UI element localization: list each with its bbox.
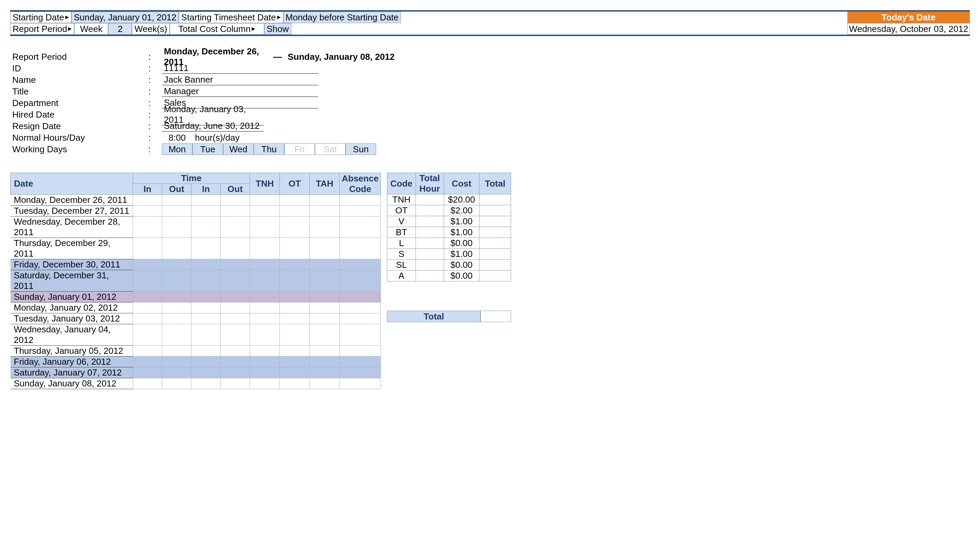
cell[interactable] — [133, 195, 162, 206]
cell[interactable] — [250, 216, 280, 238]
starting-timesheet-value[interactable]: Monday before Starting Date — [283, 11, 401, 23]
cell[interactable] — [221, 216, 250, 238]
cell[interactable] — [310, 216, 340, 238]
cost-total[interactable] — [479, 227, 511, 238]
cost-total[interactable] — [479, 260, 511, 270]
cell[interactable] — [340, 313, 381, 324]
cell[interactable] — [250, 292, 280, 302]
cell[interactable] — [162, 367, 191, 378]
cell[interactable] — [191, 195, 221, 206]
cell[interactable] — [133, 216, 162, 238]
cell[interactable] — [280, 195, 310, 206]
cell[interactable] — [250, 259, 280, 270]
cell[interactable] — [310, 346, 340, 356]
day-fri[interactable]: Fri — [284, 143, 315, 155]
cell[interactable] — [221, 324, 250, 346]
cell[interactable] — [340, 292, 381, 302]
cell[interactable] — [340, 216, 381, 238]
cell[interactable] — [221, 206, 250, 216]
info-id-value[interactable]: 11111 — [162, 63, 318, 74]
cell[interactable] — [162, 195, 191, 206]
cell[interactable] — [162, 259, 191, 270]
cell[interactable] — [250, 313, 280, 324]
cell[interactable] — [310, 356, 340, 367]
cell[interactable] — [310, 259, 340, 270]
cell[interactable] — [221, 346, 250, 356]
cell[interactable] — [340, 367, 381, 378]
cell[interactable] — [310, 238, 340, 259]
cell[interactable] — [280, 302, 310, 313]
cell[interactable] — [280, 378, 310, 389]
cell[interactable] — [221, 259, 250, 270]
cell[interactable] — [162, 292, 191, 302]
cell[interactable] — [310, 206, 340, 216]
cell[interactable] — [191, 270, 221, 292]
cell[interactable] — [310, 195, 340, 206]
cell[interactable] — [191, 378, 221, 389]
cell[interactable] — [133, 292, 162, 302]
cost-hour[interactable] — [415, 270, 444, 281]
cell[interactable] — [133, 378, 162, 389]
cost-total[interactable] — [479, 216, 511, 227]
cell[interactable] — [250, 195, 280, 206]
cell[interactable] — [310, 292, 340, 302]
cell[interactable] — [162, 206, 191, 216]
cell[interactable] — [280, 367, 310, 378]
total-cost-column-value[interactable]: Show — [264, 23, 291, 35]
cost-hour[interactable] — [415, 205, 444, 216]
cell[interactable] — [280, 292, 310, 302]
cell[interactable] — [280, 206, 310, 216]
cell[interactable] — [133, 324, 162, 346]
cell[interactable] — [133, 313, 162, 324]
cell[interactable] — [250, 238, 280, 259]
cell[interactable] — [221, 378, 250, 389]
cost-hour[interactable] — [415, 238, 444, 249]
cell[interactable] — [162, 216, 191, 238]
cell[interactable] — [340, 302, 381, 313]
cell[interactable] — [133, 367, 162, 378]
cost-total[interactable] — [479, 249, 511, 260]
cell[interactable] — [133, 270, 162, 292]
cell[interactable] — [162, 346, 191, 356]
cell[interactable] — [133, 356, 162, 367]
cell[interactable] — [191, 367, 221, 378]
cell[interactable] — [221, 367, 250, 378]
day-thu[interactable]: Thu — [254, 143, 284, 155]
cell[interactable] — [221, 195, 250, 206]
info-title-value[interactable]: Manager — [162, 86, 318, 97]
cell[interactable] — [280, 313, 310, 324]
cell[interactable] — [340, 270, 381, 292]
cell[interactable] — [250, 367, 280, 378]
cell[interactable] — [191, 313, 221, 324]
cell[interactable] — [280, 356, 310, 367]
cell[interactable] — [162, 313, 191, 324]
cell[interactable] — [191, 356, 221, 367]
cell[interactable] — [340, 346, 381, 356]
cell[interactable] — [340, 259, 381, 270]
cost-hour[interactable] — [415, 227, 444, 238]
cell[interactable] — [191, 346, 221, 356]
cell[interactable] — [250, 302, 280, 313]
cell[interactable] — [340, 206, 381, 216]
cell[interactable] — [221, 302, 250, 313]
cell[interactable] — [221, 270, 250, 292]
cell[interactable] — [162, 378, 191, 389]
info-name-value[interactable]: Jack Banner — [162, 75, 318, 85]
cell[interactable] — [250, 324, 280, 346]
cell[interactable] — [221, 356, 250, 367]
cell[interactable] — [133, 238, 162, 259]
cell[interactable] — [133, 206, 162, 216]
cell[interactable] — [162, 324, 191, 346]
starting-date-value[interactable]: Sunday, January 01, 2012 — [72, 11, 179, 23]
cell[interactable] — [162, 238, 191, 259]
cell[interactable] — [191, 238, 221, 259]
cell[interactable] — [310, 378, 340, 389]
info-resign-value[interactable]: Saturday, June 30, 2012 — [162, 121, 264, 132]
cell[interactable] — [221, 313, 250, 324]
cell[interactable] — [340, 324, 381, 346]
cell[interactable] — [191, 292, 221, 302]
cell[interactable] — [310, 313, 340, 324]
cell[interactable] — [280, 216, 310, 238]
cell[interactable] — [280, 324, 310, 346]
cell[interactable] — [340, 238, 381, 259]
